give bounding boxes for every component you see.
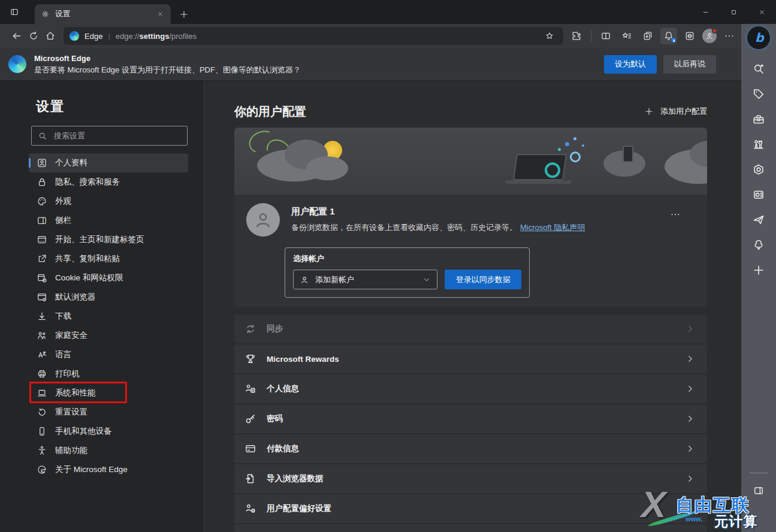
tree-icon-button[interactable] [750, 236, 768, 254]
add-profile-button[interactable]: 添加用户配置 [644, 106, 707, 117]
sidebar-item-侧栏[interactable]: 侧栏 [29, 211, 188, 230]
settings-row-与其他 Windows 功能共享浏览数据[interactable]: 与其他 Windows 功能共享浏览数据 [234, 524, 707, 532]
settings-row-用户配置偏好设置[interactable]: 用户配置偏好设置 [234, 494, 707, 523]
browser-tab-settings[interactable]: 设置 [35, 4, 171, 24]
sidebar-title: 设置 [36, 98, 204, 116]
sidebar-item-开始、主页和新建标签页[interactable]: 开始、主页和新建标签页 [29, 230, 188, 249]
sidebar-item-下载[interactable]: 下载 [29, 307, 188, 326]
favorites-icon[interactable] [618, 28, 635, 44]
close-button[interactable] [748, 0, 776, 24]
chevron-right-icon [686, 384, 695, 394]
settings-row-付款信息[interactable]: 付款信息 [234, 434, 707, 463]
sidebar-item-label: 家庭安全 [55, 330, 87, 341]
games-icon-button[interactable] [750, 135, 768, 153]
ie-mode-icon[interactable] [681, 28, 698, 44]
sidebar-item-label: 重置设置 [55, 407, 87, 418]
language-icon [37, 349, 47, 360]
notifications-button[interactable] [660, 28, 677, 44]
trophy-icon [244, 353, 256, 365]
row-label: Microsoft Rewards [267, 355, 339, 364]
edge-sidebar-divider [750, 473, 768, 473]
shopping-icon-button[interactable] [750, 85, 768, 103]
sidebar-item-手机和其他设备[interactable]: 手机和其他设备 [29, 422, 188, 441]
minimize-button[interactable] [692, 0, 720, 24]
sidebar-item-家庭安全[interactable]: 家庭安全 [29, 326, 188, 345]
profile-description: 备份浏览数据，在所有设备上查看收藏内容、密码、历史记录等。Microsoft 隐… [291, 222, 585, 233]
sidebar-item-关于 Microsoft Edge[interactable]: 关于 Microsoft Edge [29, 460, 188, 479]
new-tab-button[interactable] [179, 10, 189, 19]
extensions-icon[interactable] [568, 28, 585, 44]
edge-logo-icon [8, 55, 26, 73]
gear-icon [41, 10, 50, 19]
home-tabs-icon [37, 234, 47, 245]
sidebar-item-个人资料[interactable]: 个人资料 [29, 153, 188, 173]
later-button[interactable]: 以后再说 [663, 55, 716, 74]
back-button[interactable] [8, 28, 25, 44]
banner-message: 是否要将 Microsoft Edge 设置为用于打开链接、PDF、图像等的默认… [34, 66, 301, 74]
address-bar[interactable]: Edge | edge://settings/profiles [64, 27, 563, 45]
profile-info-row: 用户配置 1 备份浏览数据，在所有设备上查看收藏内容、密码、历史记录等。Micr… [246, 203, 695, 237]
sidebar-item-外观[interactable]: 外观 [29, 192, 188, 211]
search-icon-button[interactable] [750, 60, 768, 78]
sidebar-item-label: 开始、主页和新建标签页 [55, 234, 144, 245]
sidebar-item-共享、复制和粘贴[interactable]: 共享、复制和粘贴 [29, 249, 188, 268]
account-controls: 添加新帐户 登录以同步数据 [293, 270, 521, 289]
sidebar-item-label: 隐私、搜索和服务 [55, 177, 120, 188]
add-icon-button[interactable] [750, 261, 768, 279]
settings-row-个人信息[interactable]: 个人信息 [234, 374, 707, 403]
sidebar-item-label: 关于 Microsoft Edge [55, 464, 128, 475]
palette-icon [37, 196, 47, 207]
profile-avatar-button[interactable] [702, 29, 717, 43]
sidebar-item-重置设置[interactable]: 重置设置 [29, 403, 188, 422]
page-title: 你的用户配置 [234, 104, 306, 120]
favorite-star-icon[interactable] [542, 28, 557, 44]
maximize-button[interactable] [720, 0, 748, 24]
person-id-icon [244, 383, 256, 395]
settings-row-密码[interactable]: 密码 [234, 404, 707, 433]
set-default-button[interactable]: 设为默认 [604, 55, 657, 74]
profile-name: 用户配置 1 [291, 206, 585, 217]
chevron-right-icon [686, 354, 695, 364]
collections-icon[interactable] [639, 28, 656, 44]
url-text: edge://settings/profiles [116, 32, 197, 41]
sidebar-item-语言[interactable]: 语言 [29, 345, 188, 364]
profile-text: 用户配置 1 备份浏览数据，在所有设备上查看收藏内容、密码、历史记录等。Micr… [291, 203, 585, 237]
profile-more-button[interactable] [670, 209, 681, 220]
tab-close-icon[interactable] [156, 10, 165, 19]
send-icon-button[interactable] [750, 211, 768, 229]
settings-row-Microsoft Rewards[interactable]: Microsoft Rewards [234, 344, 707, 373]
sidebar-item-Cookie 和网站权限[interactable]: Cookie 和网站权限 [29, 268, 188, 288]
sidebar-item-打印机[interactable]: 打印机 [29, 364, 188, 383]
profile-settings-list: 同步Microsoft Rewards个人信息密码付款信息导入浏览器数据用户配置… [234, 315, 707, 532]
sidebar-item-系统和性能[interactable]: 系统和性能 [29, 383, 188, 403]
settings-row-导入浏览器数据[interactable]: 导入浏览器数据 [234, 464, 707, 493]
chevron-down-icon [422, 276, 431, 284]
home-button[interactable] [42, 28, 59, 44]
import-data-icon [244, 473, 256, 485]
sidebar-item-隐私、搜索和服务[interactable]: 隐私、搜索和服务 [29, 173, 188, 192]
settings-search-box[interactable] [31, 126, 188, 146]
hide-sidebar-icon[interactable] [751, 483, 766, 498]
toolbox-icon-button[interactable] [750, 110, 768, 128]
sidebar-item-默认浏览器[interactable]: 默认浏览器 [29, 288, 188, 307]
settings-search-input[interactable] [53, 131, 181, 141]
sidebar-item-label: 语言 [55, 349, 71, 360]
sidebar-item-label: 个人资料 [55, 158, 87, 168]
cookie-permissions-icon [37, 273, 47, 283]
privacy-statement-link[interactable]: Microsoft 隐私声明 [520, 223, 585, 232]
family-icon [37, 330, 47, 341]
signin-sync-button[interactable]: 登录以同步数据 [445, 270, 521, 289]
office-icon-button[interactable] [750, 161, 768, 179]
bing-discover-button[interactable]: b [747, 26, 770, 49]
main-header: 你的用户配置 添加用户配置 [234, 101, 707, 122]
person-card-icon [37, 158, 47, 168]
settings-more-icon[interactable] [721, 28, 738, 44]
split-screen-icon[interactable] [597, 28, 614, 44]
sidebar-menu: 个人资料隐私、搜索和服务外观侧栏开始、主页和新建标签页共享、复制和粘贴Cooki… [0, 153, 204, 479]
sidebar-item-辅助功能[interactable]: 辅助功能 [29, 441, 188, 460]
notification-badge [671, 37, 677, 43]
account-dropdown[interactable]: 添加新帐户 [293, 270, 437, 289]
outlook-icon-button[interactable] [750, 186, 768, 204]
workspaces-icon[interactable] [7, 5, 22, 19]
refresh-button[interactable] [25, 28, 42, 44]
